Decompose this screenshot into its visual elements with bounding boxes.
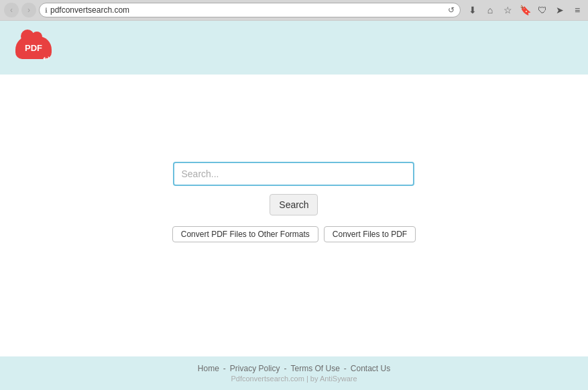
logo-text: PDF (25, 43, 42, 53)
bookmarks-icon[interactable]: 🔖 (518, 3, 532, 17)
browser-chrome: ‹ › ℹ ↺ ⬇ ⌂ ☆ 🔖 🛡 ➤ ≡ (0, 0, 588, 21)
main-content: Search Convert PDF Files to Other Format… (0, 75, 588, 356)
browser-toolbar: ‹ › ℹ ↺ ⬇ ⌂ ☆ 🔖 🛡 ➤ ≡ (0, 0, 588, 20)
logo-icon: PDF ↩ (13, 31, 54, 64)
convert-links: Convert PDF Files to Other Formats Conve… (172, 226, 416, 242)
logo-container: PDF ↩ (13, 31, 54, 64)
search-button[interactable]: Search (270, 194, 318, 215)
logo-arrow-icon: ↩ (43, 54, 50, 63)
footer-links: Home - Privacy Policy - Terms Of Use - C… (198, 364, 390, 373)
footer-home-link[interactable]: Home (198, 364, 219, 373)
toolbar-icons: ⬇ ⌂ ☆ 🔖 🛡 ➤ ≡ (466, 3, 584, 17)
footer-contact-link[interactable]: Contact Us (351, 364, 390, 373)
footer-separator-1: - (223, 364, 226, 373)
address-bar-container: ℹ ↺ (39, 3, 461, 17)
site-footer: Home - Privacy Policy - Terms Of Use - C… (0, 356, 588, 390)
menu-icon[interactable]: ≡ (571, 3, 584, 17)
footer-separator-3: - (344, 364, 347, 373)
footer-privacy-link[interactable]: Privacy Policy (230, 364, 280, 373)
convert-pdf-to-other-button[interactable]: Convert PDF Files to Other Formats (172, 226, 318, 242)
search-input[interactable] (173, 162, 414, 186)
address-bar[interactable] (50, 5, 445, 15)
shield-icon[interactable]: 🛡 (536, 3, 549, 17)
footer-watermark: Pdfconvertsearch.com | by AntiSyware (231, 375, 357, 383)
search-section: Search Convert PDF Files to Other Format… (172, 162, 416, 242)
home-icon[interactable]: ⌂ (483, 3, 497, 17)
footer-terms-link[interactable]: Terms Of Use (291, 364, 340, 373)
send-icon[interactable]: ➤ (553, 3, 567, 17)
site-header: PDF ↩ (0, 21, 588, 75)
download-icon[interactable]: ⬇ (466, 3, 479, 17)
info-icon: ℹ (45, 7, 48, 14)
footer-separator-2: - (284, 364, 287, 373)
bookmark-star-icon[interactable]: ☆ (501, 3, 514, 17)
back-button[interactable]: ‹ (4, 3, 19, 17)
reload-button[interactable]: ↺ (448, 5, 455, 15)
forward-button[interactable]: › (21, 3, 36, 17)
convert-files-to-pdf-button[interactable]: Convert Files to PDF (324, 226, 416, 242)
